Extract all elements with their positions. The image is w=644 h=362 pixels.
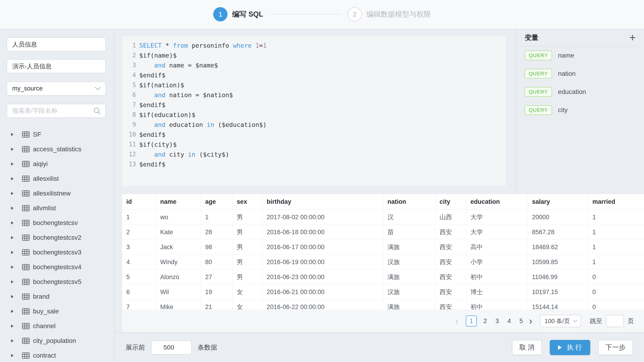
datasource-select[interactable]: my_source [7,81,106,96]
cell: 1 [201,210,232,225]
code-line: 7$endif$ [122,100,506,110]
table-row: 1wo1男2017-08-02 00:00:00汉山西大学200001 [122,210,644,225]
cell: 满族 [383,270,436,284]
tree-item-city_population[interactable]: city_population [0,334,114,348]
caret-right-icon[interactable] [11,207,14,210]
pager-next-button[interactable]: › [529,316,532,326]
caret-right-icon[interactable] [11,295,14,298]
cell: 山西 [436,210,466,225]
caret-right-icon[interactable] [11,354,14,357]
table-icon [22,249,30,256]
caret-right-icon[interactable] [11,192,14,195]
cell: 大学 [466,210,528,225]
tree-item-bochengtestcsv4[interactable]: bochengtestcsv4 [0,260,114,275]
table-row: 4Windy80男2016-06-19 00:00:00汉族西安小学10599.… [122,255,644,270]
tree-item-bochengtestcsv3[interactable]: bochengtestcsv3 [0,245,114,260]
column-header-salary: salary [528,194,588,210]
cell: 0 [588,285,644,299]
caret-right-icon[interactable] [11,266,14,269]
column-header-id: id [122,194,156,210]
cell: 2017-08-02 00:00:00 [262,210,383,225]
cell: Jack [156,240,201,255]
tree-item-bochengtestcsv2[interactable]: bochengtestcsv2 [0,230,114,245]
tree-item-SF[interactable]: SF [0,127,114,142]
cell: 大学 [466,225,528,240]
tree-item-buy_sale[interactable]: buy_sale [0,304,114,319]
tree-item-label: channel [33,322,56,330]
pager-prev-button[interactable]: ‹ [455,316,458,326]
table-icon [22,146,30,153]
cell: 19 [201,285,232,299]
cell: 西安 [436,225,466,240]
cell: 女 [232,300,262,310]
line-number: 3 [122,60,136,70]
tree-item-label: bochengtestcsv2 [33,234,81,241]
chevron-down-icon [573,320,578,323]
search-icon [93,107,101,115]
cell: 男 [232,270,262,284]
step-2-circle: 2 [348,7,362,21]
cell: 西安 [436,300,466,310]
cell: 1 [588,210,644,225]
tree-item-bochengtestcsv5[interactable]: bochengtestcsv5 [0,275,114,289]
cell: 15144.14 [528,300,588,310]
caret-right-icon[interactable] [11,339,14,343]
caret-right-icon[interactable] [11,325,14,328]
code-text: $endif$ [139,70,166,80]
variable-name: nation [558,70,576,77]
line-number: 7 [122,100,136,110]
run-button[interactable]: 执 行 [550,340,590,355]
column-header-name: name [156,194,201,210]
tree-item-channel[interactable]: channel [0,319,114,334]
caret-right-icon[interactable] [11,251,14,254]
caret-right-icon[interactable] [11,310,14,313]
add-variable-button[interactable]: + [629,32,636,43]
code-line: 10$endif$ [122,130,506,140]
tree-item-label: allesxilist [33,175,59,182]
tree-item-allvmlist[interactable]: allvmlist [0,201,114,216]
jump-to-label: 跳至 [590,317,602,325]
cell: 11046.99 [528,270,588,284]
pager-page-5[interactable]: 5 [518,318,524,325]
variable-name: education [558,88,586,96]
tree-item-allesxilist[interactable]: allesxilist [0,171,114,186]
pager-page-1[interactable]: 1 [466,316,477,327]
variable-row-name: QUERYname [524,46,636,65]
next-step-button[interactable]: 下一步 [598,340,633,355]
sql-editor[interactable]: 1SELECT * from personinfo where 1=12$if(… [122,36,506,186]
dataset-name-input[interactable] [7,37,106,51]
tree-item-allesxilistnew[interactable]: allesxilistnew [0,186,114,201]
caret-right-icon[interactable] [11,280,14,284]
variables-panel: 变量 + QUERYnameQUERYnationQUERYeducationQ… [516,29,644,194]
dataset-description-input[interactable] [7,59,106,73]
cell: 3 [122,240,156,255]
caret-right-icon[interactable] [11,221,14,225]
tree-item-brand[interactable]: brand [0,289,114,304]
row-limit-input[interactable] [151,340,192,355]
page-size-select[interactable]: 100 条/页 [540,315,581,327]
caret-right-icon[interactable] [11,236,14,239]
caret-right-icon[interactable] [11,177,14,180]
caret-right-icon[interactable] [11,162,14,166]
tree-item-bochengtestcsv[interactable]: bochengtestcsv [0,216,114,230]
cell: 2016-06-18 00:00:00 [262,225,383,240]
pager-page-3[interactable]: 3 [495,318,500,325]
table-search-input[interactable] [7,107,93,114]
pager-page-2[interactable]: 2 [483,318,488,325]
pager-page-4[interactable]: 4 [507,318,512,325]
cell: 汉 [383,210,436,225]
limit-prefix-label: 展示前 [126,343,145,352]
tree-item-label: allesxilistnew [33,190,70,197]
step-2-label: 编辑数据模型与权限 [366,9,431,19]
jump-to-page-input[interactable] [606,315,624,327]
caret-right-icon[interactable] [11,133,14,136]
query-type-badge: QUERY [524,51,552,60]
tree-item-contract[interactable]: contract [0,348,114,362]
run-button-label: 执 行 [567,343,582,352]
tree-item-access_statistics[interactable]: access_statistics [0,142,114,157]
cancel-button[interactable]: 取 消 [512,340,542,355]
cell: 0 [588,300,644,310]
cell: 10599.85 [528,255,588,269]
tree-item-aiqiyi[interactable]: aiqiyi [0,157,114,171]
caret-right-icon[interactable] [11,148,14,151]
